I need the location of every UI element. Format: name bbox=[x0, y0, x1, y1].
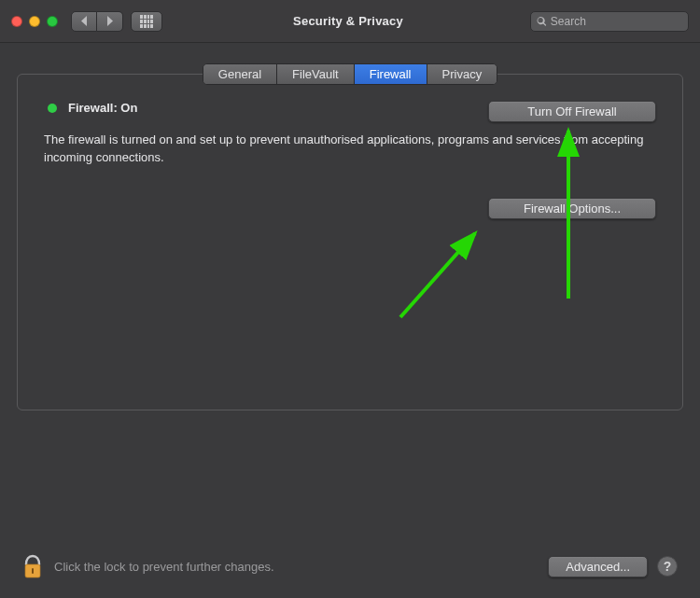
firewall-description: The firewall is turned on and set up to … bbox=[44, 132, 656, 167]
help-button[interactable]: ? bbox=[657, 556, 678, 577]
tab-filevault[interactable]: FileVault bbox=[277, 64, 355, 84]
turn-off-firewall-button[interactable]: Turn Off Firewall bbox=[488, 101, 656, 122]
back-button[interactable] bbox=[71, 11, 97, 32]
svg-line-0 bbox=[400, 233, 475, 317]
annotation-arrow-1 bbox=[391, 215, 503, 327]
firewall-panel: Firewall: On Turn Off Firewall The firew… bbox=[17, 74, 683, 410]
show-all-button[interactable] bbox=[131, 11, 162, 32]
nav-buttons bbox=[71, 11, 123, 32]
advanced-button[interactable]: Advanced... bbox=[548, 556, 648, 577]
zoom-window-button[interactable] bbox=[47, 16, 58, 27]
titlebar: Security & Privacy bbox=[0, 0, 700, 43]
search-input[interactable] bbox=[551, 15, 682, 28]
tab-privacy[interactable]: Privacy bbox=[427, 64, 497, 84]
window-controls bbox=[11, 16, 58, 27]
forward-button[interactable] bbox=[97, 11, 123, 32]
minimize-window-button[interactable] bbox=[29, 16, 40, 27]
tab-bar: General FileVault Firewall Privacy bbox=[203, 63, 497, 85]
search-field[interactable] bbox=[530, 11, 689, 32]
lock-area[interactable]: Click the lock to prevent further change… bbox=[22, 553, 274, 579]
window-title: Security & Privacy bbox=[166, 14, 530, 28]
tab-firewall[interactable]: Firewall bbox=[355, 64, 427, 84]
lock-text: Click the lock to prevent further change… bbox=[54, 560, 274, 574]
grid-icon bbox=[140, 15, 153, 28]
search-icon bbox=[537, 16, 547, 27]
svg-rect-3 bbox=[32, 568, 34, 574]
tab-general[interactable]: General bbox=[203, 64, 277, 84]
content: General FileVault Firewall Privacy Firew… bbox=[0, 43, 700, 410]
status-dot-icon bbox=[48, 104, 57, 113]
firewall-status-label: Firewall: On bbox=[68, 101, 137, 115]
firewall-options-button[interactable]: Firewall Options... bbox=[488, 198, 656, 219]
lock-icon bbox=[22, 553, 43, 579]
close-window-button[interactable] bbox=[11, 16, 22, 27]
footer: Click the lock to prevent further change… bbox=[0, 553, 700, 598]
